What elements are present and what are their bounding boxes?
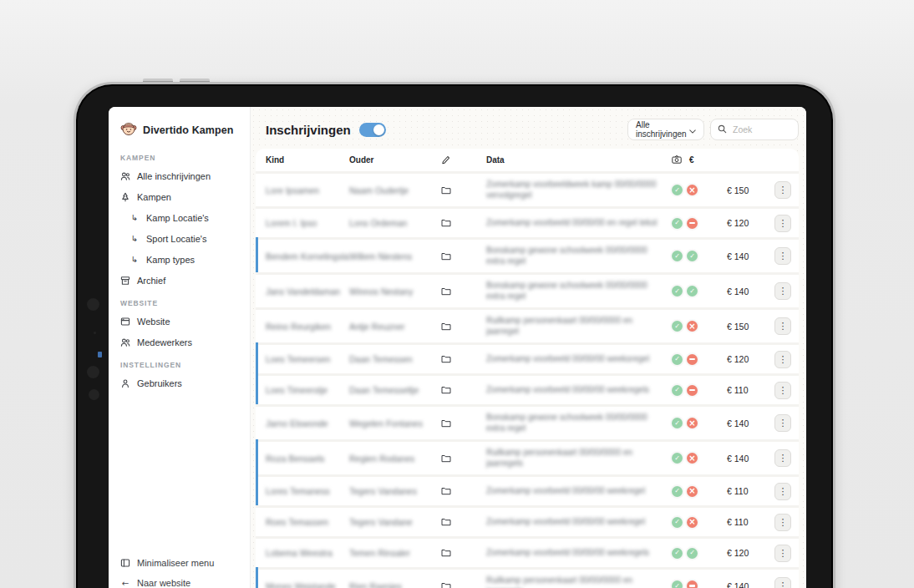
registration-data: Bonskamp gewone schoolweek 00/00/0000ext… — [486, 246, 672, 266]
status-approved-icon: ✓ — [687, 251, 698, 261]
volume-button — [143, 79, 173, 82]
sidebar-item-kamp-types[interactable]: ↳ Kamp types — [120, 249, 250, 270]
folder-icon[interactable] — [441, 186, 486, 195]
status-icons: ✓ × — [672, 321, 715, 332]
row-actions-button[interactable]: ⋮ — [774, 317, 791, 335]
user-icon — [120, 378, 130, 388]
table-row[interactable]: Bendem Kornelingslaan Willem Niestens Bo… — [256, 240, 799, 275]
table-row[interactable]: Mones Wejstande Rien Raenjes Ruilkamp pe… — [256, 570, 799, 588]
registration-data: Zomerkamp voorbeeld 00/00/00 weekregel — [486, 517, 672, 528]
sidebar-item-gebruikers[interactable]: Gebruikers — [120, 373, 250, 393]
table-row[interactable]: Jarno Elswonde Wegelen Fontanes Bonskamp… — [256, 407, 799, 442]
price-value: € 120 — [715, 548, 769, 558]
minimize-menu-button[interactable]: Minimaliseer menu — [120, 553, 214, 573]
search-icon — [718, 122, 727, 137]
parent-name: Winnos Nestany — [349, 286, 441, 297]
row-actions-button[interactable]: ⋮ — [774, 545, 791, 562]
status-icons: ✓ × — [672, 517, 715, 528]
price-value: € 110 — [715, 385, 769, 395]
status-icons: ✓ × — [672, 185, 715, 195]
child-name: Loes Temeersen — [266, 354, 349, 364]
table-row[interactable]: Reino Reurgiken Antje Reuzner Ruilkamp p… — [256, 310, 799, 345]
status-declined-icon: × — [687, 517, 698, 528]
search-input[interactable] — [733, 124, 783, 134]
folder-icon[interactable] — [441, 549, 486, 557]
status-approved-icon: ✓ — [687, 548, 698, 559]
folder-icon[interactable] — [441, 219, 486, 227]
price-value: € 120 — [715, 218, 769, 228]
row-actions-button[interactable]: ⋮ — [774, 215, 791, 232]
status-confirmed-icon: ✓ — [672, 321, 683, 332]
folder-icon[interactable] — [441, 252, 486, 261]
row-actions-button[interactable]: ⋮ — [774, 382, 791, 399]
sidebar-item-kamp-locaties[interactable]: ↳ Kamp Locatie's — [120, 207, 250, 228]
registration-data: Zomerkamp voorbeeld 00/00/00 weekregel — [486, 486, 672, 497]
row-actions-button[interactable]: ⋮ — [774, 577, 791, 588]
status-blocked-icon — [687, 354, 698, 365]
table-row[interactable]: Roza Bensaels Regien Rodanes Ruilkamp pe… — [256, 442, 799, 477]
registration-data: Bonskamp gewone schoolweek 00/00/0000ext… — [486, 281, 672, 302]
price-value: € 110 — [715, 486, 769, 496]
table-row[interactable]: Roes Temassen Tegers Vandane Zomerkamp v… — [256, 508, 799, 539]
row-actions-button[interactable]: ⋮ — [774, 414, 791, 432]
status-confirmed-icon: ✓ — [672, 486, 683, 497]
naar-website-link[interactable]: ← Naar website — [120, 573, 214, 588]
parent-name: Rien Raenjes — [349, 581, 441, 588]
folder-icon[interactable] — [441, 582, 486, 588]
folder-icon[interactable] — [441, 355, 486, 363]
row-actions-button[interactable]: ⋮ — [774, 483, 791, 500]
row-actions-button[interactable]: ⋮ — [774, 282, 791, 300]
pencil-indicator-icon — [98, 352, 102, 357]
app-screen: Divertido Kampen KAMPEN Alle inschrijvin… — [109, 107, 806, 588]
row-actions-button[interactable]: ⋮ — [774, 247, 791, 265]
row-actions-button[interactable]: ⋮ — [774, 181, 791, 199]
row-actions-button[interactable]: ⋮ — [774, 449, 791, 467]
tree-icon — [120, 192, 130, 202]
sidebar-item-kampen[interactable]: Kampen — [120, 186, 250, 207]
table-row[interactable]: Lores Temaness Tegers Vandanes Zomerkamp… — [256, 477, 799, 508]
sub-arrow-icon: ↳ — [129, 213, 140, 222]
sidebar-item-sport-locaties[interactable]: ↳ Sport Locatie's — [120, 228, 250, 249]
table-row[interactable]: Lobema Weestra Temen Rinsaler Zomerkamp … — [256, 539, 799, 570]
column-header-euro: € — [689, 155, 694, 165]
bezel-camera-icon — [87, 366, 99, 378]
status-blocked-icon — [687, 385, 698, 396]
sidebar-item-website[interactable]: Website — [120, 311, 250, 332]
section-label-instellingen: INSTELLINGEN — [120, 361, 250, 369]
tablet-device-frame: Divertido Kampen KAMPEN Alle inschrijvin… — [74, 82, 835, 588]
folder-icon[interactable] — [441, 487, 486, 495]
pencil-icon — [441, 155, 486, 165]
sidebar-item-archief[interactable]: Archief — [120, 270, 250, 291]
row-actions-button[interactable]: ⋮ — [774, 514, 791, 531]
folder-icon[interactable] — [441, 419, 486, 428]
main-header: Inschrijvingen Alle inschrijvingen — [266, 118, 799, 141]
registrations-table: Kind Ouder Data € Lore Ipsamen Naam Oude… — [256, 149, 799, 588]
table-row[interactable]: Lore Ipsamen Naam Oudertje Zomerkamp voo… — [256, 174, 799, 209]
folder-icon[interactable] — [441, 518, 486, 526]
table-row[interactable]: Loes Temeersen Daan Temessen Zomerkamp v… — [256, 345, 799, 376]
status-declined-icon: × — [687, 321, 698, 332]
status-icons: ✓ — [672, 385, 715, 396]
status-icons: ✓ × — [672, 453, 715, 464]
child-name: Loes Timeerstje — [266, 385, 349, 395]
registration-data: Ruilkamp personenkaart 00/00/0000 enjaar… — [486, 448, 672, 469]
child-name: Lores Temaness — [266, 486, 349, 496]
status-icons: ✓ × — [672, 418, 715, 428]
table-row[interactable]: Lorem I. Ipso Lons Ordeman Zomerkamp voo… — [256, 209, 799, 240]
inschrijvingen-toggle[interactable] — [359, 123, 386, 137]
child-name: Lobema Weestra — [266, 548, 349, 558]
table-row[interactable]: Jans Vandeldaman Winnos Nestany Bonskamp… — [256, 275, 799, 310]
folder-icon[interactable] — [441, 454, 486, 463]
folder-icon[interactable] — [441, 287, 486, 296]
folder-icon[interactable] — [441, 322, 486, 331]
row-actions-button[interactable]: ⋮ — [774, 351, 791, 368]
sidebar-item-alle-inschrijvingen[interactable]: Alle inschrijvingen — [120, 165, 250, 186]
search-box[interactable] — [710, 119, 799, 140]
price-value: € 140 — [715, 286, 769, 297]
status-blocked-icon — [687, 218, 698, 229]
column-header-kind: Kind — [266, 155, 349, 165]
filter-dropdown[interactable]: Alle inschrijvingen — [627, 119, 704, 140]
sidebar-item-medewerkers[interactable]: Medewerkers — [120, 332, 250, 352]
folder-icon[interactable] — [441, 386, 486, 394]
table-row[interactable]: Loes Timeerstje Daan Temesseltje Zomerka… — [256, 376, 799, 407]
